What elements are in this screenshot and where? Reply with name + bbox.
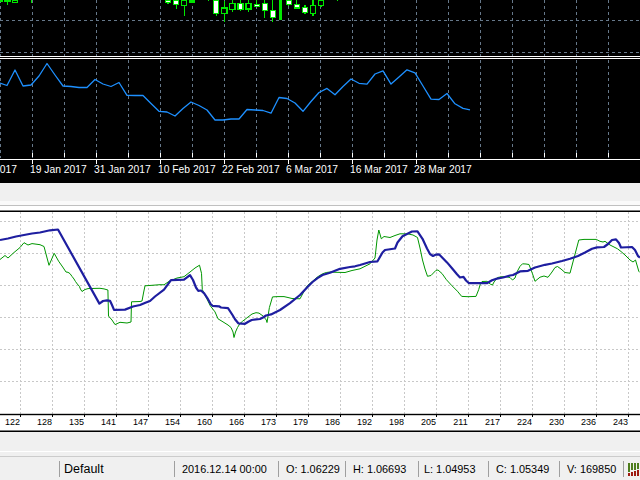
- svg-text:H: 1.06693: H: 1.06693: [353, 463, 406, 475]
- svg-text:6 Mar 2017: 6 Mar 2017: [286, 164, 338, 175]
- svg-text:179: 179: [293, 417, 308, 427]
- svg-text:22 Feb 2017: 22 Feb 2017: [222, 164, 280, 175]
- svg-text:186: 186: [325, 417, 340, 427]
- svg-text:C: 1.05349: C: 1.05349: [496, 463, 549, 475]
- svg-text:122: 122: [5, 417, 20, 427]
- svg-text:135: 135: [69, 417, 84, 427]
- svg-text:L: 1.04953: L: 1.04953: [424, 463, 475, 475]
- svg-text:217: 217: [485, 417, 500, 427]
- svg-text:141: 141: [101, 417, 116, 427]
- svg-text:Default: Default: [64, 462, 104, 476]
- svg-text:205: 205: [421, 417, 436, 427]
- svg-text:1 Jan 2017: 1 Jan 2017: [0, 164, 17, 175]
- svg-text:224: 224: [517, 417, 532, 427]
- svg-text:173: 173: [261, 417, 276, 427]
- svg-text:154: 154: [165, 417, 180, 427]
- svg-text:128: 128: [37, 417, 52, 427]
- svg-text:V: 169850: V: 169850: [567, 463, 616, 475]
- svg-text:236: 236: [581, 417, 596, 427]
- svg-text:31 Jan 2017: 31 Jan 2017: [94, 164, 151, 175]
- svg-text:10 Feb 2017: 10 Feb 2017: [158, 164, 216, 175]
- svg-text:16 Mar 2017: 16 Mar 2017: [350, 164, 408, 175]
- svg-text:211: 211: [453, 417, 467, 427]
- svg-text:2016.12.14 00:00: 2016.12.14 00:00: [182, 463, 267, 475]
- svg-text:19 Jan 2017: 19 Jan 2017: [30, 164, 87, 175]
- svg-text:160: 160: [197, 417, 212, 427]
- svg-text:28 Mar 2017: 28 Mar 2017: [414, 164, 472, 175]
- svg-text:166: 166: [229, 417, 244, 427]
- svg-text:198: 198: [389, 417, 404, 427]
- svg-text:192: 192: [357, 417, 372, 427]
- svg-text:147: 147: [133, 417, 148, 427]
- svg-text:230: 230: [549, 417, 564, 427]
- svg-text:O: 1.06229: O: 1.06229: [286, 463, 340, 475]
- svg-text:243: 243: [613, 417, 628, 427]
